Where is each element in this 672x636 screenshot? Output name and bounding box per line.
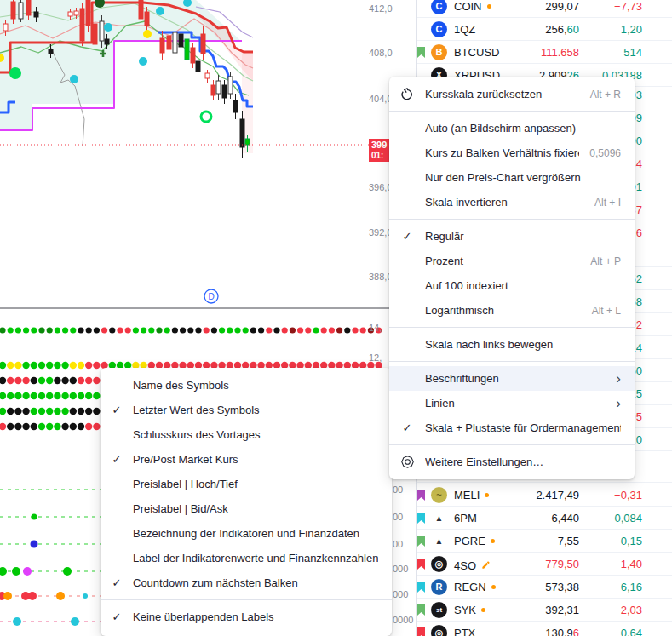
symbol-price: 392,31 [545, 604, 579, 616]
symbol-change: 0,084 [614, 512, 642, 524]
checkmark-icon: ✓ [101, 404, 133, 416]
notes-pencil-icon[interactable] [481, 558, 491, 573]
menu-item-label: Kursskala zurücksetzen [425, 88, 580, 100]
axis-label: 00 [393, 539, 403, 549]
symbol-name: COIN [454, 0, 482, 13]
watchlist-row-1QZ[interactable]: C1QZ256,601,20 [417, 18, 672, 41]
reset-icon [389, 88, 425, 101]
axis-label: 000 [393, 589, 408, 599]
submenu-item-2[interactable]: Schlusskurs des Vortages [101, 422, 392, 447]
menu-item-label: Prozent [425, 255, 580, 267]
alert-dot-icon [485, 493, 489, 497]
menu-item-label: Countdown zum nächsten Balken [133, 576, 378, 589]
menu-item-label: Letzter Wert des Symbols [133, 404, 378, 416]
context-menu-item-8[interactable]: ProzentAlt + P [389, 249, 635, 273]
menu-item-label: Bezeichnung der Indikatoren und Finanzda… [133, 527, 378, 540]
symbol-name: 1QZ [454, 23, 475, 36]
symbol-change: −0,31 [614, 489, 642, 501]
menu-item-label: Linien [425, 397, 606, 410]
axis-label: 12, [369, 352, 382, 363]
menu-item-shortcut: Alt + R [590, 89, 621, 100]
symbol-logo-icon: ◎ [431, 625, 447, 636]
menu-item-shortcut: 0,5096 [589, 147, 621, 159]
context-menu-item-9[interactable]: Auf 100 indexiert [389, 273, 635, 298]
axis-label: 00 [393, 512, 403, 522]
menu-item-label: Preislabel | Bid/Ask [133, 502, 378, 515]
symbol-logo-icon: st [431, 602, 447, 618]
context-menu-item-12[interactable]: Skala nach links bewegen [389, 332, 635, 357]
symbol-price: 573,38 [545, 581, 579, 593]
symbol-name: REGN [454, 581, 486, 593]
context-menu-item-0[interactable]: Kursskala zurücksetzenAlt + R [389, 82, 635, 106]
flag-icon [417, 47, 425, 58]
axis-label: 00 [393, 484, 403, 495]
symbol-logo-icon: C [431, 0, 447, 14]
symbol-logo-icon: ◎ [431, 556, 447, 572]
symbol-price: 6,440 [551, 512, 579, 524]
symbol-name: PGRE [454, 535, 485, 547]
menu-separator [389, 111, 635, 112]
context-menu-item-14[interactable]: Beschriftungen› [389, 366, 635, 391]
submenu-item-10[interactable]: ✓Keine überlappenden Labels [101, 604, 392, 629]
submenu-item-6[interactable]: Bezeichnung der Indikatoren und Finanzda… [101, 521, 392, 546]
context-menu-item-5[interactable]: Skala invertierenAlt + I [389, 190, 635, 215]
context-menu-item-18[interactable]: Weitere Einstellungen… [389, 450, 635, 474]
checkmark-icon: ✓ [101, 610, 133, 623]
symbol-change: 0,15 [621, 535, 642, 547]
menu-item-label: Skala + Plustaste für Ordermanagement [425, 421, 621, 434]
menu-item-label: Label der Indikatorenwerte und Finanzken… [133, 552, 378, 564]
symbol-logo-icon: B [431, 44, 447, 60]
menu-item-label: Schlusskurs des Vortages [133, 428, 378, 441]
context-menu-item-10[interactable]: LogarithmischAlt + L [389, 298, 635, 323]
context-menu-item-4[interactable]: Nur den Preis-Chart vergrößern [389, 165, 635, 190]
menu-item-label: Preislabel | Hoch/Tief [133, 478, 378, 490]
symbol-logo-icon: C [431, 21, 447, 37]
symbol-price: 256,60 [545, 23, 579, 36]
flag-icon [417, 627, 425, 636]
watchlist-row-PGRE[interactable]: ▲PGRE7,550,15 [417, 530, 672, 553]
submenu-item-7[interactable]: Label der Indikatorenwerte und Finanzken… [101, 546, 392, 570]
watchlist-row-COIN[interactable]: CCOIN299,07−7,73 [417, 0, 672, 18]
watchlist-row-MELI[interactable]: ~MELI2.417,49−0,31 [417, 484, 672, 507]
checkmark-icon: ✓ [101, 576, 133, 589]
chevron-right-icon: › [616, 396, 621, 410]
submenu-item-8[interactable]: ✓Countdown zum nächsten Balken [101, 570, 392, 595]
symbol-price: 7,55 [558, 535, 579, 547]
watchlist-row-REGN[interactable]: RREGN573,386,16 [417, 576, 672, 599]
context-menu-item-3[interactable]: Kurs zu Balken Verhältnis fixieren0,5096 [389, 140, 635, 165]
price-scale-context-menu: Kursskala zurücksetzenAlt + RAuto (an Bi… [389, 77, 635, 479]
watchlist-row-PTX[interactable]: ◎PTX130,960,64 [417, 622, 672, 636]
submenu-item-3[interactable]: ✓Pre/Post Market Kurs [101, 447, 392, 472]
menu-item-label: Beschriftungen [425, 372, 606, 385]
menu-item-label: Regulär [425, 230, 621, 243]
submenu-item-0[interactable]: Name des Symbols [101, 373, 392, 398]
submenu-item-5[interactable]: Preislabel | Bid/Ask [101, 496, 392, 521]
watchlist-row-BTCUSD[interactable]: BBTCUSD111.658514 [417, 41, 672, 64]
submenu-item-1[interactable]: ✓Letzter Wert des Symbols [101, 398, 392, 422]
symbol-change: 514 [623, 46, 642, 59]
svg-text:D: D [208, 292, 214, 301]
symbol-name: 6PM [454, 512, 477, 524]
menu-item-label: Skala invertieren [425, 196, 584, 209]
svg-text:399: 399 [371, 140, 387, 150]
menu-item-shortcut: Alt + P [590, 255, 621, 267]
labels-submenu: Name des Symbols✓Letzter Wert des Symbol… [101, 368, 392, 636]
alert-dot-icon [491, 539, 495, 543]
symbol-price: 111.658 [541, 46, 579, 59]
menu-item-label: Nur den Preis-Chart vergrößern [425, 171, 621, 184]
watchlist-row-6PM[interactable]: ▲6PM6,4400,084 [417, 507, 672, 530]
menu-item-shortcut: Alt + L [592, 305, 621, 317]
context-menu-item-2[interactable]: Auto (an Bildschirm anpassen) [389, 116, 635, 140]
menu-item-shortcut: Alt + I [594, 197, 621, 209]
flag-icon [417, 604, 425, 616]
menu-item-label: Auto (an Bildschirm anpassen) [425, 122, 621, 135]
watchlist-row-SYK[interactable]: stSYK392,31−2,03 [417, 599, 672, 622]
context-menu-item-15[interactable]: Linien› [389, 391, 635, 415]
menu-item-label: Weitere Einstellungen… [425, 456, 621, 468]
menu-item-label: Keine überlappenden Labels [133, 610, 378, 623]
menu-separator [101, 599, 392, 600]
watchlist-row-4SO[interactable]: ◎4SO779,50−1,40 [417, 553, 672, 576]
context-menu-item-16[interactable]: ✓Skala + Plustaste für Ordermanagement [389, 415, 635, 440]
submenu-item-4[interactable]: Preislabel | Hoch/Tief [101, 472, 392, 496]
context-menu-item-7[interactable]: ✓Regulär [389, 224, 635, 249]
